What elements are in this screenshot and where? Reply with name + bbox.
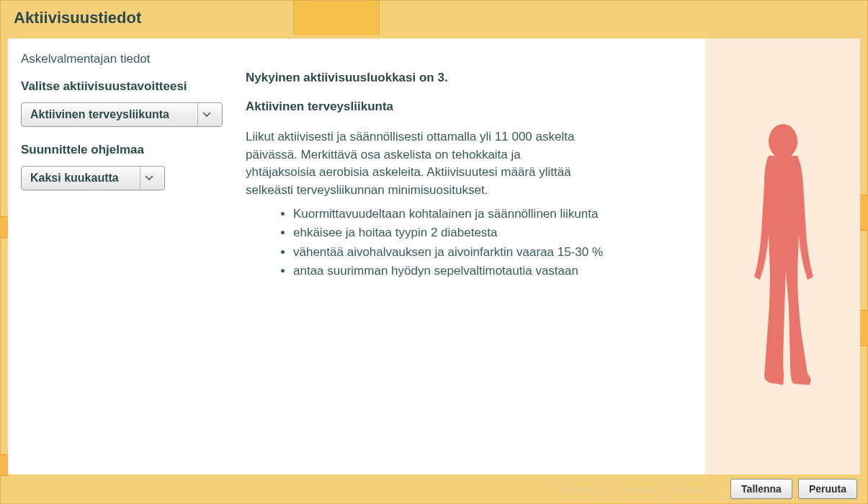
save-button-disabled: Tallenna (612, 480, 663, 499)
list-item: vähentää aivohalvauksen ja aivoinfarktin… (293, 244, 620, 262)
benefits-list: Kuormittavuudeltaan kohtalainen ja säänn… (246, 205, 620, 281)
plan-select-value: Kaksi kuukautta (30, 172, 119, 185)
chevron-down-icon (197, 103, 215, 126)
save-button[interactable]: Tallenna (730, 479, 792, 499)
panel-subtitle: Askelvalmentajan tiedot (21, 52, 224, 66)
header: Aktiivisuustiedot (1, 1, 867, 35)
clear-button-disabled: Tyhjennä (554, 480, 608, 499)
plan-select[interactable]: Kaksi kuukautta (21, 166, 165, 190)
level-title: Aktiivinen terveysliikunta (246, 100, 684, 114)
chevron-down-icon (140, 167, 157, 190)
list-item: Kuormittavuudeltaan kohtalainen ja säänn… (293, 205, 620, 224)
goal-select[interactable]: Aktiivinen terveysliikunta (21, 102, 223, 127)
figure-column (705, 39, 860, 474)
level-description: Liikut aktiivisesti ja säännöllisesti ot… (246, 128, 591, 200)
cancel-button[interactable]: Peruuta (798, 479, 857, 499)
disabled-buttons-group: Tyhjennä Tallenna Peruuta (554, 480, 716, 499)
plan-label: Suunnittele ohjelmaa (21, 143, 224, 157)
goal-label: Valitse aktiivisuustavoitteesi (21, 79, 224, 94)
goal-select-value: Aktiivinen terveysliikunta (30, 108, 169, 121)
content-column: Nykyinen aktiivisuusluokkasi on 3. Aktii… (238, 39, 705, 474)
footer: Tyhjennä Tallenna Peruuta Tallenna Peruu… (1, 474, 867, 503)
list-item: antaa suurimman hyödyn sepelvaltimotauti… (293, 262, 620, 280)
person-silhouette-icon (733, 120, 833, 394)
cancel-button-disabled: Peruuta (667, 480, 716, 499)
svg-point-0 (769, 124, 797, 159)
list-item: ehkäisee ja hoitaa tyypin 2 diabetesta (293, 224, 620, 242)
current-level-heading: Nykyinen aktiivisuusluokkasi on 3. (246, 71, 684, 85)
active-tab-indicator (293, 1, 380, 35)
left-column: Askelvalmentajan tiedot Valitse aktiivis… (8, 39, 238, 474)
page-title: Aktiivisuustiedot (14, 9, 141, 27)
main-panel: Askelvalmentajan tiedot Valitse aktiivis… (8, 38, 860, 474)
